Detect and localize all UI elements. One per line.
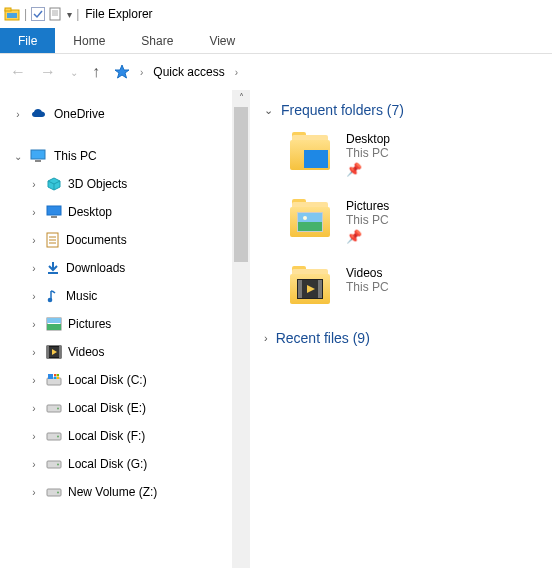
tab-view[interactable]: View	[191, 28, 253, 53]
quickaccess-checkbox-icon[interactable]	[31, 7, 45, 21]
tree-label: Local Disk (F:)	[68, 429, 145, 443]
folder-desktop-icon	[290, 132, 332, 174]
file-menu[interactable]: File	[0, 28, 55, 53]
expand-icon[interactable]: ›	[28, 291, 40, 302]
tree-local-disk-f[interactable]: ›Local Disk (F:)	[6, 422, 228, 450]
tree-documents[interactable]: ›Documents	[6, 226, 228, 254]
expand-icon[interactable]: ›	[28, 431, 40, 442]
item-location: This PC	[346, 146, 390, 160]
tree-3dobjects[interactable]: ›3D Objects	[6, 170, 228, 198]
expand-icon[interactable]: ›	[28, 459, 40, 470]
svg-rect-3	[32, 8, 45, 21]
tree-pictures[interactable]: ›Pictures	[6, 310, 228, 338]
item-name: Videos	[346, 266, 389, 280]
music-icon	[46, 288, 60, 304]
tree-music[interactable]: ›Music	[6, 282, 228, 310]
tree-label: Music	[66, 289, 97, 303]
item-pictures[interactable]: Pictures This PC 📌	[290, 199, 544, 244]
expand-icon[interactable]: ›	[28, 235, 40, 246]
svg-rect-32	[48, 374, 53, 379]
chevron-down-icon[interactable]: ⌄	[264, 104, 273, 117]
svg-rect-10	[35, 160, 41, 162]
back-button[interactable]: ←	[10, 63, 26, 81]
expand-icon[interactable]: ›	[28, 375, 40, 386]
videos-icon	[46, 345, 62, 359]
collapse-icon[interactable]: ⌄	[12, 151, 24, 162]
dropdown-icon[interactable]: ▾	[67, 9, 72, 20]
tree-label: Desktop	[68, 205, 112, 219]
tree-videos[interactable]: ›Videos	[6, 338, 228, 366]
tab-share[interactable]: Share	[123, 28, 191, 53]
forward-button[interactable]: →	[40, 63, 56, 81]
onedrive-icon	[30, 107, 48, 121]
frequent-folders-header[interactable]: ⌄ Frequent folders (7)	[264, 102, 544, 118]
item-desktop[interactable]: Desktop This PC 📌	[290, 132, 544, 177]
tree-local-disk-c[interactable]: ›Local Disk (C:)	[6, 366, 228, 394]
item-videos[interactable]: Videos This PC	[290, 266, 544, 308]
expand-icon[interactable]: ›	[28, 347, 40, 358]
content-pane: ⌄ Frequent folders (7) Desktop This PC 📌…	[250, 90, 552, 568]
expand-icon[interactable]: ›	[28, 207, 40, 218]
expand-icon[interactable]: ›	[28, 179, 40, 190]
item-location: This PC	[346, 213, 389, 227]
tree-label: Videos	[68, 345, 104, 359]
downloads-icon	[46, 260, 60, 276]
svg-rect-1	[5, 8, 11, 11]
svg-rect-34	[57, 374, 59, 376]
properties-icon[interactable]	[49, 7, 63, 21]
svg-rect-29	[59, 346, 61, 358]
separator: |	[24, 7, 27, 21]
tree-thispc[interactable]: ⌄ This PC	[6, 142, 228, 170]
svg-point-40	[57, 436, 59, 438]
chevron-right-icon[interactable]: ›	[140, 67, 143, 78]
documents-icon	[46, 232, 60, 248]
tree-local-disk-e[interactable]: ›Local Disk (E:)	[6, 394, 228, 422]
tree-label: This PC	[54, 149, 97, 163]
folder-videos-icon	[290, 266, 332, 308]
svg-rect-50	[318, 280, 322, 298]
svg-marker-8	[115, 65, 129, 78]
recent-dropdown-icon[interactable]: ⌄	[70, 67, 78, 78]
scrollbar[interactable]: ˄	[232, 90, 250, 568]
tree-desktop[interactable]: ›Desktop	[6, 198, 228, 226]
tree-new-volume-z[interactable]: ›New Volume (Z:)	[6, 478, 228, 506]
expand-icon[interactable]: ›	[28, 319, 40, 330]
pin-icon: 📌	[346, 229, 389, 244]
expand-icon[interactable]: ›	[28, 487, 40, 498]
recent-files-header[interactable]: › Recent files (9)	[264, 330, 544, 346]
chevron-right-icon[interactable]: ›	[235, 67, 238, 78]
scroll-up-icon[interactable]: ˄	[239, 90, 244, 105]
tree-local-disk-g[interactable]: ›Local Disk (G:)	[6, 450, 228, 478]
ribbon-tabs: File Home Share View	[0, 28, 552, 54]
tree-label: Documents	[66, 233, 127, 247]
expand-icon[interactable]: ›	[28, 263, 40, 274]
scroll-thumb[interactable]	[234, 107, 248, 262]
tree-label: Pictures	[68, 317, 111, 331]
svg-rect-21	[48, 272, 58, 274]
tree-label: 3D Objects	[68, 177, 127, 191]
svg-rect-4	[50, 8, 60, 20]
svg-rect-15	[47, 206, 61, 215]
expand-icon[interactable]: ›	[28, 403, 40, 414]
svg-point-42	[57, 464, 59, 466]
tree-downloads[interactable]: ›Downloads	[6, 254, 228, 282]
svg-point-48	[303, 216, 307, 220]
desktop-icon	[46, 205, 62, 219]
quick-access-star-icon[interactable]	[114, 64, 130, 80]
folder-pictures-icon	[290, 199, 332, 241]
tree-label: Downloads	[66, 261, 125, 275]
svg-point-22	[48, 298, 53, 303]
title-bar: | ▾ | File Explorer	[0, 0, 552, 28]
tree-onedrive[interactable]: › OneDrive	[6, 100, 228, 128]
tree-label: OneDrive	[54, 107, 105, 121]
item-name: Desktop	[346, 132, 390, 146]
expand-icon[interactable]: ›	[12, 109, 24, 120]
window-title: File Explorer	[85, 7, 152, 21]
tab-home[interactable]: Home	[55, 28, 123, 53]
tree-label: New Volume (Z:)	[68, 485, 157, 499]
breadcrumb-quick-access[interactable]: Quick access	[153, 65, 224, 79]
chevron-right-icon[interactable]: ›	[264, 332, 268, 344]
pin-icon: 📌	[346, 162, 390, 177]
svg-rect-26	[47, 318, 61, 323]
up-button[interactable]: ↑	[92, 63, 100, 81]
